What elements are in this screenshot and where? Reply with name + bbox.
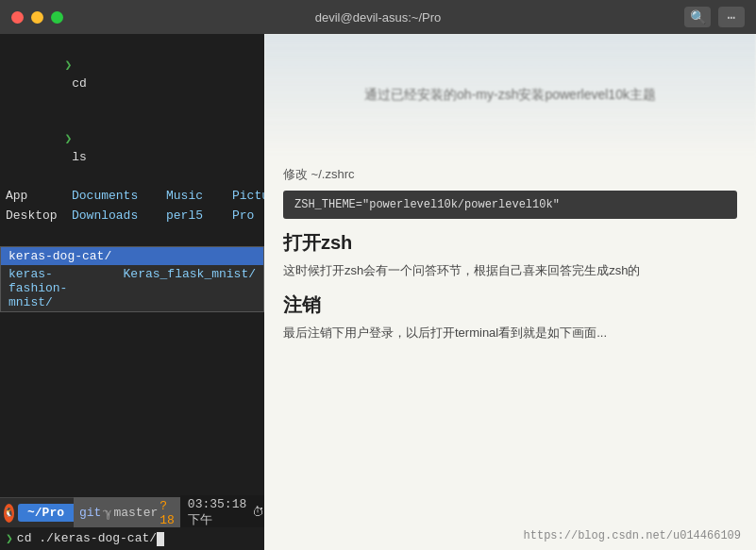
search-icon[interactable]: 🔍 — [684, 7, 711, 27]
article-panel: 通过已经安装的oh-my-zsh安装powerlevel10k主题 修改 ~/.… — [264, 34, 756, 550]
article-body: 修改 ~/.zshrc ZSH_THEME="powerlevel10k/pow… — [264, 157, 756, 550]
heading-2-text: 注销 — [283, 294, 321, 315]
heading-1-text: 打开zsh — [283, 232, 352, 253]
minimize-button[interactable] — [31, 11, 43, 24]
autocomplete-row-2: keras-fashion-mnist/ Keras_flask_mnist/ — [1, 265, 263, 311]
article-footer-link[interactable]: https://blog.csdn.net/u014466109 — [524, 529, 741, 542]
time-value: 03:35:18 下午 — [188, 497, 246, 528]
window-title: devil@devil-asus:~/Pro — [315, 10, 442, 25]
ls-item: Music — [166, 187, 232, 207]
code-block-zshtheme: ZSH_THEME="powerlevel10k/powerlevel10k" — [283, 191, 737, 219]
terminal-time: 03:35:18 下午 ⏱ — [180, 495, 264, 530]
blurred-text: 通过已经安装的oh-my-zsh安装powerlevel10k主题 — [364, 87, 656, 104]
clock-icon: ⏱ — [252, 506, 264, 520]
prompt-1: ❯ — [64, 58, 72, 73]
ls-output: App Documents Music Pictures Public Temp… — [6, 187, 259, 226]
titlebar: devil@devil-asus:~/Pro 🔍 ⋯ — [0, 0, 756, 34]
input-prompt-arrow: ❯ — [6, 531, 13, 546]
cmd-1: cd — [64, 76, 86, 91]
cursor — [157, 532, 164, 546]
ls-item: perl5 — [166, 207, 232, 226]
ubuntu-icon: 🐧 — [4, 504, 14, 523]
ls-item: Pictures — [232, 187, 264, 207]
autocomplete-item-2[interactable]: keras-fashion-mnist/ — [8, 267, 109, 309]
git-status-num: ?18 — [160, 499, 175, 527]
window-controls — [11, 11, 63, 24]
ls-item: App — [6, 187, 72, 207]
ls-item: Pro — [232, 207, 264, 226]
prompt-2: ❯ — [64, 132, 72, 146]
git-branch-icon: ℽ — [103, 506, 111, 521]
article-top-blurred: 通过已经安装的oh-my-zsh安装powerlevel10k主题 — [264, 34, 756, 157]
section-text-2: 最后注销下用户登录，以后打开terminal看到就是如下画面... — [283, 324, 737, 343]
footer-link-text: https://blog.csdn.net/u014466109 — [524, 529, 741, 542]
text-1-content: 这时候打开zsh会有一个问答环节，根据自己喜来回答完生成zsh的 — [283, 263, 640, 277]
git-label: git — [79, 506, 101, 520]
ls-item: Desktop — [6, 207, 72, 226]
maximize-button[interactable] — [51, 11, 63, 24]
autocomplete-dropdown[interactable]: keras-dog-cat/ keras-fashion-mnist/ Kera… — [0, 246, 264, 312]
git-info: git ℽ master ?18 — [74, 497, 180, 529]
cmd-2: ls — [64, 150, 86, 164]
section-heading-1: 打开zsh — [283, 230, 737, 256]
history-line-1: ❯ cd — [6, 38, 259, 111]
history-line-2: ❯ ls — [6, 111, 259, 185]
terminal-panel[interactable]: ❯ cd ❯ ls App Documents Music Pictures P… — [0, 34, 264, 550]
text-2-content: 最后注销下用户登录，以后打开terminal看到就是如下画面... — [283, 325, 607, 340]
section-heading-2: 注销 — [283, 292, 737, 318]
input-line[interactable]: ❯ cd ./keras-dog-cat/ — [0, 527, 264, 550]
main-area: ❯ cd ❯ ls App Documents Music Pictures P… — [0, 34, 756, 550]
input-text: cd ./keras-dog-cat/ — [17, 531, 164, 545]
subtitle-text: 修改 ~/.zshrc — [283, 167, 355, 181]
autocomplete-item-1[interactable]: keras-dog-cat/ — [1, 247, 263, 265]
article-subtitle: 修改 ~/.zshrc — [283, 166, 737, 183]
ls-item: Downloads — [72, 207, 166, 226]
menu-icon[interactable]: ⋯ — [718, 7, 745, 27]
git-branch: master — [113, 506, 158, 520]
code-text: ZSH_THEME="powerlevel10k/powerlevel10k" — [294, 198, 560, 211]
ls-item: Documents — [72, 187, 166, 207]
autocomplete-item-3[interactable]: Keras_flask_mnist/ — [124, 267, 256, 309]
current-dir: ~/Pro — [18, 504, 74, 522]
titlebar-actions: 🔍 ⋯ — [684, 7, 745, 27]
input-content: cd ./keras-dog-cat/ — [17, 531, 157, 545]
section-text-1: 这时候打开zsh会有一个问答环节，根据自己喜来回答完生成zsh的 — [283, 261, 737, 281]
close-button[interactable] — [11, 11, 24, 24]
prompt-bar: 🐧 ~/Pro git ℽ master ?18 03:35:18 下午 ⏱ — [0, 497, 264, 527]
